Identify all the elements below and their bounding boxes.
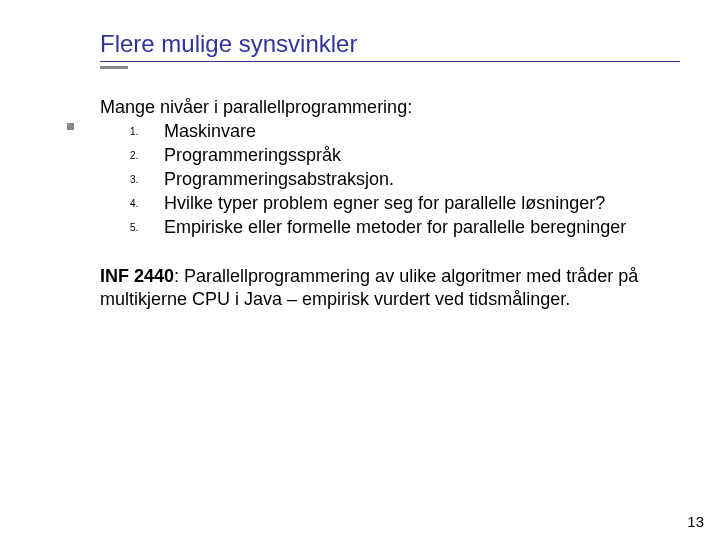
list-item: 1. Maskinvare: [130, 120, 680, 143]
list-item: 5. Empiriske eller formelle metoder for …: [130, 216, 680, 239]
list-text: Programmeringsabstraksjon.: [164, 169, 394, 189]
numbered-list: 1. Maskinvare 2. Programmeringsspråk 3. …: [130, 120, 680, 239]
title-accent-bar: [100, 66, 128, 69]
list-item: 2. Programmeringsspråk: [130, 144, 680, 167]
bullet-square-icon: [67, 123, 74, 130]
slide-title: Flere mulige synsvinkler: [100, 30, 680, 62]
list-text: Maskinvare: [164, 121, 256, 141]
list-number: 5.: [130, 222, 138, 235]
list-number: 4.: [130, 198, 138, 211]
course-description: : Parallellprogrammering av ulike algori…: [100, 266, 638, 309]
course-paragraph: INF 2440: Parallellprogrammering av ulik…: [100, 265, 680, 311]
page-number: 13: [687, 513, 704, 530]
slide-body: Mange nivåer i parallellprogrammering: 1…: [100, 97, 680, 311]
course-code: INF 2440: [100, 266, 174, 286]
list-item: 3. Programmeringsabstraksjon.: [130, 168, 680, 191]
intro-line: Mange nivåer i parallellprogrammering:: [100, 97, 680, 118]
list-number: 2.: [130, 150, 138, 163]
list-number: 1.: [130, 126, 138, 139]
list-text: Hvilke typer problem egner seg for paral…: [164, 193, 605, 213]
list-text: Empiriske eller formelle metoder for par…: [164, 217, 626, 237]
list-text: Programmeringsspråk: [164, 145, 341, 165]
list-number: 3.: [130, 174, 138, 187]
title-block: Flere mulige synsvinkler: [100, 30, 680, 69]
list-item: 4. Hvilke typer problem egner seg for pa…: [130, 192, 680, 215]
